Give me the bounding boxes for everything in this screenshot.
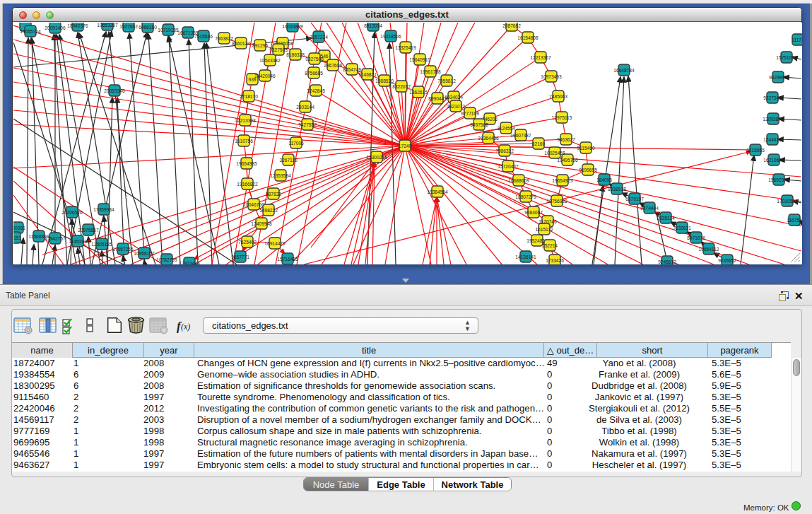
svg-text:19166822: 19166822 xyxy=(237,182,258,187)
svg-text:9115460: 9115460 xyxy=(577,146,595,151)
svg-text:8660124: 8660124 xyxy=(232,41,250,46)
svg-text:17010504: 17010504 xyxy=(777,199,798,204)
svg-text:9777109: 9777109 xyxy=(461,111,479,116)
svg-text:8454749: 8454749 xyxy=(343,67,361,72)
svg-text:7515546: 7515546 xyxy=(194,34,213,39)
svg-text:16154808: 16154808 xyxy=(517,35,539,40)
svg-text:9657771: 9657771 xyxy=(231,255,249,259)
svg-text:(x): (x) xyxy=(181,322,190,332)
svg-text:10654112: 10654112 xyxy=(699,247,719,252)
svg-text:9699695: 9699695 xyxy=(579,168,597,173)
svg-text:117006: 117006 xyxy=(288,141,304,146)
svg-text:9327508: 9327508 xyxy=(305,57,324,62)
svg-text:19495756: 19495756 xyxy=(557,158,578,163)
svg-text:12213303: 12213303 xyxy=(235,118,256,123)
svg-text:12353594: 12353594 xyxy=(270,173,291,178)
svg-text:20091406: 20091406 xyxy=(45,25,66,30)
svg-text:10607487: 10607487 xyxy=(510,133,531,138)
svg-text:19654985: 19654985 xyxy=(236,161,257,166)
svg-text:7485063: 7485063 xyxy=(549,94,567,99)
svg-text:891295: 891295 xyxy=(252,43,268,48)
svg-text:12409948: 12409948 xyxy=(251,221,272,226)
svg-text:10782759: 10782759 xyxy=(156,257,177,262)
svg-text:17957255: 17957255 xyxy=(112,247,134,252)
svg-text:164095: 164095 xyxy=(596,177,612,182)
svg-text:1610756: 1610756 xyxy=(235,139,253,144)
svg-text:16033809: 16033809 xyxy=(282,24,303,29)
svg-text:3242845: 3242845 xyxy=(307,88,325,93)
svg-text:7955812: 7955812 xyxy=(437,78,456,83)
svg-text:9245652: 9245652 xyxy=(718,258,736,263)
svg-text:8322037: 8322037 xyxy=(392,84,411,89)
svg-text:8813054: 8813054 xyxy=(364,23,382,28)
svg-text:1821072: 1821072 xyxy=(447,104,465,109)
svg-text:1615112: 1615112 xyxy=(535,227,553,232)
svg-text:10025458: 10025458 xyxy=(544,151,565,156)
svg-text:10046766: 10046766 xyxy=(243,202,264,207)
svg-text:6466160: 6466160 xyxy=(139,25,157,30)
svg-text:18940376: 18940376 xyxy=(67,23,88,28)
svg-text:11172: 11172 xyxy=(792,37,802,42)
svg-text:7857224: 7857224 xyxy=(310,35,328,40)
svg-text:16648784: 16648784 xyxy=(613,68,635,73)
svg-text:14055724: 14055724 xyxy=(20,29,41,34)
svg-text:8471676: 8471676 xyxy=(687,235,705,240)
svg-text:6497568: 6497568 xyxy=(470,122,488,127)
svg-text:12213367: 12213367 xyxy=(530,55,551,60)
svg-text:21364436: 21364436 xyxy=(478,136,499,141)
svg-text:16961758: 16961758 xyxy=(420,69,441,74)
svg-text:12975115: 12975115 xyxy=(552,115,572,120)
svg-text:12923446: 12923446 xyxy=(179,261,200,265)
svg-text:2803144: 2803144 xyxy=(296,105,314,110)
svg-text:20206526: 20206526 xyxy=(61,210,83,215)
svg-text:3124554: 3124554 xyxy=(497,126,515,131)
svg-text:15720407: 15720407 xyxy=(498,164,519,169)
svg-text:39151: 39151 xyxy=(13,235,21,240)
svg-text:10973493: 10973493 xyxy=(541,74,562,79)
svg-text:15751074: 15751074 xyxy=(776,55,797,60)
svg-text:15300218: 15300218 xyxy=(366,155,387,160)
svg-text:24420046: 24420046 xyxy=(254,74,276,78)
svg-text:14136141: 14136141 xyxy=(515,255,536,259)
svg-text:8938918: 8938918 xyxy=(608,187,626,192)
svg-text:18807279: 18807279 xyxy=(515,194,536,199)
svg-text:1588520: 1588520 xyxy=(375,78,394,83)
svg-text:7663822: 7663822 xyxy=(215,36,233,41)
svg-text:19218506: 19218506 xyxy=(380,34,401,39)
svg-text:252214: 252214 xyxy=(542,243,558,248)
svg-text:10719185: 10719185 xyxy=(158,28,179,33)
svg-text:9084067: 9084067 xyxy=(524,210,543,215)
svg-text:2718170: 2718170 xyxy=(240,94,258,99)
svg-text:9245612: 9245612 xyxy=(658,259,676,264)
svg-text:9327503: 9327503 xyxy=(269,47,288,52)
svg-text:12093873: 12093873 xyxy=(763,117,784,122)
svg-text:17240: 17240 xyxy=(399,144,412,148)
svg-text:10756928: 10756928 xyxy=(546,199,567,204)
svg-text:7632621: 7632621 xyxy=(673,226,691,230)
svg-text:15692971: 15692971 xyxy=(768,177,789,182)
svg-text:16914479: 16914479 xyxy=(264,241,286,246)
svg-text:15640910: 15640910 xyxy=(409,57,430,62)
svg-text:9474444: 9474444 xyxy=(640,206,659,211)
svg-text:8756685: 8756685 xyxy=(305,71,323,76)
svg-text:6879197: 6879197 xyxy=(625,197,644,201)
svg-text:20975857: 20975857 xyxy=(78,228,99,233)
svg-text:2867608: 2867608 xyxy=(324,63,342,68)
svg-text:1733426: 1733426 xyxy=(546,258,564,263)
svg-text:10958157: 10958157 xyxy=(134,251,155,256)
svg-text:8186328: 8186328 xyxy=(286,52,305,57)
svg-text:587833: 587833 xyxy=(266,192,281,197)
svg-text:7986322: 7986322 xyxy=(495,148,514,153)
svg-text:12505185: 12505185 xyxy=(91,242,112,247)
svg-text:13325419: 13325419 xyxy=(395,45,416,50)
svg-text:2087682: 2087682 xyxy=(502,23,521,28)
svg-text:9227343: 9227343 xyxy=(763,95,782,100)
svg-text:850081: 850081 xyxy=(13,226,25,230)
svg-text:19384554: 19384554 xyxy=(427,189,448,194)
svg-text:1145193: 1145193 xyxy=(69,239,87,244)
svg-text:16210643: 16210643 xyxy=(763,158,784,163)
svg-text:9463627: 9463627 xyxy=(557,137,575,142)
svg-text:10653267: 10653267 xyxy=(97,23,118,28)
svg-text:1527602: 1527602 xyxy=(119,24,138,29)
svg-text:116753: 116753 xyxy=(787,218,802,223)
